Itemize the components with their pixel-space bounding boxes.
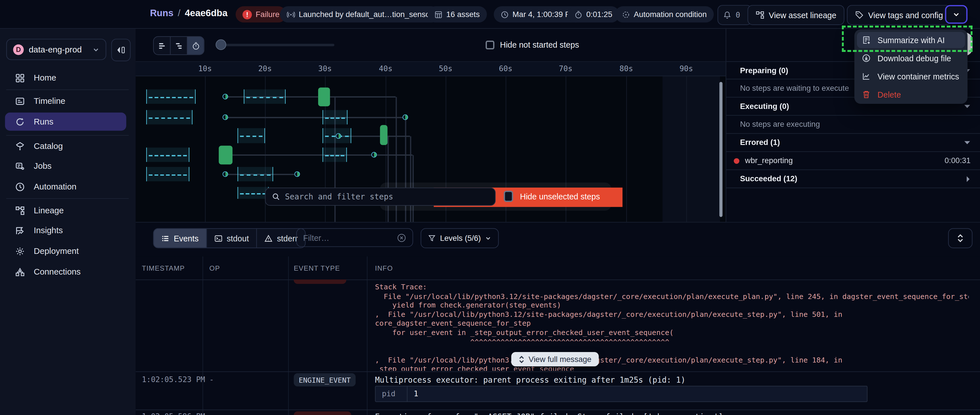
collapse-sidebar-icon xyxy=(116,46,126,54)
notifications-button[interactable]: 0 xyxy=(718,5,752,25)
view-full-message-button[interactable]: View full message xyxy=(511,352,599,367)
gantt-node-dot xyxy=(222,171,228,177)
gantt-step-bar-pending[interactable] xyxy=(244,89,286,104)
automation-pill-label: Automation condition xyxy=(634,10,706,19)
col-info: INFO xyxy=(375,264,393,272)
menu-item-label: Download debug file xyxy=(878,53,951,63)
automation-pill[interactable]: Automation condition xyxy=(615,6,714,22)
log-filter-input[interactable]: Filter… xyxy=(296,228,413,247)
deployment-selector[interactable]: D data-eng-prod xyxy=(6,39,107,60)
gridline xyxy=(627,76,627,222)
gantt-step-bar-pending[interactable] xyxy=(238,187,269,199)
collapse-sidebar-button[interactable] xyxy=(111,39,130,61)
sidebar-item-timeline[interactable]: Timeline xyxy=(5,92,126,110)
sidebar-item-label: Lineage xyxy=(34,206,64,215)
gantt-step-bar-running[interactable] xyxy=(380,125,387,145)
chevron-down-icon xyxy=(92,46,99,53)
axis-tick: 10s xyxy=(198,64,212,73)
waterfall-view-button[interactable] xyxy=(170,37,187,54)
sidebar-item-connections[interactable]: Connections xyxy=(5,263,126,281)
step-search-input[interactable]: Search and filter steps xyxy=(265,187,496,206)
gantt-step-bar-pending[interactable] xyxy=(146,89,196,104)
sidebar-item-lineage[interactable]: Lineage xyxy=(5,201,126,220)
gantt-step-bar-pending[interactable] xyxy=(322,147,347,162)
axis-tick: 40s xyxy=(379,64,393,73)
sidebar-item-jobs[interactable]: Jobs xyxy=(5,157,126,175)
menu-item-container-metrics[interactable]: View container metrics xyxy=(857,68,965,84)
deployment-avatar: D xyxy=(13,44,24,54)
event-metadata-table: pid 1 xyxy=(375,386,867,402)
clear-filter-icon[interactable] xyxy=(397,233,406,242)
executing-empty-text: No steps are executing xyxy=(740,120,820,129)
sidebar-item-home[interactable]: Home xyxy=(5,69,126,87)
sidebar-item-automation[interactable]: Automation xyxy=(5,177,126,196)
tab-stderr-label: stderr xyxy=(277,233,298,243)
event-timestamp[interactable]: 1:02:05.596 PM xyxy=(142,412,205,415)
gantt-step-bar-pending[interactable] xyxy=(322,110,347,124)
meta-value-pid: 1 xyxy=(407,386,418,401)
timed-view-button[interactable] xyxy=(187,37,204,54)
gantt-step-bar-pending[interactable] xyxy=(238,167,274,181)
timeline-icon xyxy=(15,96,25,106)
gantt-step-bar-pending[interactable] xyxy=(146,110,192,124)
hide-unselected-control[interactable]: Hide unselected steps xyxy=(504,191,600,202)
menu-item-download-debug[interactable]: Download debug file xyxy=(857,50,965,66)
sidebar-item-insights[interactable]: Insights xyxy=(5,221,126,239)
axis-tick: 90s xyxy=(679,64,693,73)
sidebar-item-label: Jobs xyxy=(34,161,52,171)
expand-log-panel-button[interactable] xyxy=(948,228,973,248)
succeeded-section-header[interactable]: Succeeded (12) xyxy=(726,170,980,188)
run-actions-menu-button[interactable] xyxy=(945,5,967,24)
stack-trace-text: Stack Trace: File "/usr/local/lib/python… xyxy=(375,283,969,371)
gridline xyxy=(205,76,205,222)
errored-step-row[interactable]: wbr_reporting 0:00:31 xyxy=(726,152,980,170)
sidebar-item-deployment[interactable]: Deployment xyxy=(5,242,126,260)
tab-stdout[interactable]: stdout xyxy=(206,229,256,247)
view-tags-config-button[interactable]: View tags and config xyxy=(847,5,951,25)
hide-unselected-checkbox[interactable] xyxy=(504,191,513,202)
gantt-scrollbar[interactable] xyxy=(719,82,722,217)
tab-events[interactable]: Events xyxy=(154,229,206,247)
zoom-slider-thumb[interactable] xyxy=(215,40,226,50)
status-badge-label: Failure xyxy=(256,10,279,19)
automation-condition-icon xyxy=(622,10,630,18)
hide-not-started-checkbox[interactable] xyxy=(486,40,495,49)
menu-item-delete[interactable]: Delete xyxy=(857,86,965,102)
axis-tick: 30s xyxy=(318,64,332,73)
hide-not-started-control[interactable]: Hide not started steps xyxy=(486,40,579,49)
home-icon xyxy=(15,73,25,83)
gantt-node-dot xyxy=(371,152,377,157)
sidebar-item-label: Home xyxy=(34,73,56,83)
sidebar-item-runs[interactable]: Runs xyxy=(5,113,126,131)
view-tags-config-label: View tags and config xyxy=(868,10,943,19)
gantt-step-bar-pending[interactable] xyxy=(146,147,189,162)
gantt-node-dot xyxy=(294,171,300,177)
engine-event-message: Multiprocess executor: parent process ex… xyxy=(375,375,686,385)
chevron-down-icon xyxy=(964,104,970,109)
assets-pill[interactable]: 16 assets xyxy=(428,6,487,22)
axis-tick: 80s xyxy=(620,64,633,73)
search-icon xyxy=(272,193,280,201)
launched-by-pill[interactable]: Launched by default_aut…tion_sensor xyxy=(280,6,439,22)
assets-grid-icon xyxy=(434,10,443,18)
gantt-step-bar-running[interactable] xyxy=(219,146,232,164)
breadcrumb-runs-link[interactable]: Runs xyxy=(150,7,173,18)
event-timestamp[interactable]: 1:02:05.523 PM xyxy=(142,375,205,384)
view-asset-lineage-button[interactable]: View asset lineage xyxy=(748,5,845,25)
insights-icon xyxy=(15,225,25,235)
sidebar-item-catalog[interactable]: Catalog xyxy=(5,137,126,155)
sidebar-item-label: Automation xyxy=(34,182,76,191)
zoom-slider-track[interactable] xyxy=(220,44,334,46)
errored-section-header[interactable]: Errored (1) xyxy=(726,134,980,152)
sensor-icon xyxy=(287,10,295,18)
levels-filter-button[interactable]: Levels (5/6) xyxy=(420,228,499,248)
gantt-step-bar-pending[interactable] xyxy=(238,128,265,143)
flat-view-button[interactable] xyxy=(154,37,170,54)
gantt-step-bar-running[interactable] xyxy=(318,88,330,106)
launched-by-label: Launched by default_aut…tion_sensor xyxy=(299,10,433,19)
chevron-down-icon xyxy=(485,235,492,241)
divider xyxy=(288,257,289,415)
breadcrumb: Runs / 4eae6dba xyxy=(150,7,228,18)
connections-icon xyxy=(15,267,25,276)
gantt-step-bar-pending[interactable] xyxy=(146,167,189,181)
